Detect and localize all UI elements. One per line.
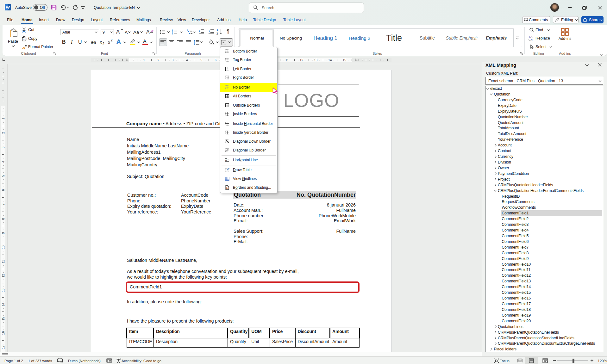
svg-text:A: A	[216, 29, 218, 32]
svg-text:c: c	[531, 38, 533, 41]
svg-text:A: A	[225, 159, 227, 162]
svg-text:3: 3	[172, 33, 173, 34]
svg-text:b: b	[529, 36, 531, 39]
svg-text:Z: Z	[216, 32, 218, 35]
